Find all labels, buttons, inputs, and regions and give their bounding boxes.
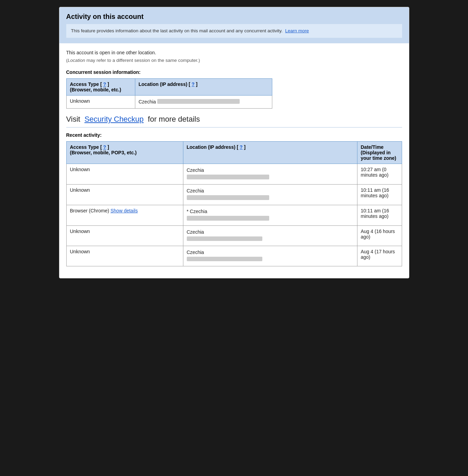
table-row: Unknown Czechia 10:27 am (0 minutes ago) [66,164,402,185]
recent-header-location: Location (IP address) [ ? ] [183,142,357,164]
learn-more-link[interactable]: Learn more [285,28,309,33]
recent-access-type-help-link[interactable]: ? [103,144,106,150]
concurrent-table: Access Type [ ? ] (Browser, mobile, etc.… [66,78,272,109]
row1-location: Czechia [183,164,357,185]
row1-datetime: 10:27 am (0 minutes ago) [357,164,402,185]
row3-access-type: Browser (Chrome) Show details [66,205,183,226]
table-row: Unknown Czechia Aug 4 (16 hours ago) [66,226,402,246]
concurrent-access-type: Unknown [66,96,135,109]
location-note: (Location may refer to a different sessi… [66,57,402,64]
table-row: Browser (Chrome) Show details * Czechia … [66,205,402,226]
security-checkup-section: Visit Security Checkup for more details [66,115,402,124]
access-type-sub: (Browser, mobile, etc.) [70,87,121,92]
recent-header-access-type: Access Type [ ? ] (Browser, mobile, POP3… [66,142,183,164]
concurrent-header-access-type: Access Type [ ? ] (Browser, mobile, etc.… [66,79,135,96]
recent-header-datetime: Date/Time (Displayed in your time zone) [357,142,402,164]
concurrent-location: Czechia [135,96,272,109]
concurrent-header-location: Location (IP address) [ ? ] [135,79,272,96]
ip-address-blurred [187,216,269,221]
header-description: This feature provides information about … [66,24,402,38]
security-post-text: for more details [148,115,200,123]
row1-access-type: Unknown [66,164,183,185]
concurrent-label: Concurrent session information: [66,69,402,75]
header-section: Activity on this account This feature pr… [59,7,409,43]
row3-location: * Czechia [183,205,357,226]
row5-location: Czechia [183,246,357,266]
table-row: Unknown Czechia 10:11 am (16 minutes ago… [66,185,402,205]
datetime-sub: (Displayed in your time zone) [361,150,396,161]
security-pre-text: Visit [66,115,80,123]
security-checkup-link[interactable]: Security Checkup [84,115,144,123]
page-title: Activity on this account [66,13,402,21]
row4-location: Czechia [183,226,357,246]
ip-address-blurred [187,236,262,241]
account-status: This account is open in one other locati… [66,49,402,64]
ip-address-blurred [157,99,240,104]
open-text: This account is open in one other locati… [66,49,402,56]
row2-datetime: 10:11 am (16 minutes ago) [357,185,402,205]
recent-location-help-link[interactable]: ? [240,144,243,150]
row2-access-type: Unknown [66,185,183,205]
table-row: Unknown Czechia [66,96,272,109]
ip-address-blurred [187,257,262,261]
row5-access-type: Unknown [66,246,183,266]
show-details-link[interactable]: Show details [111,208,138,213]
main-content: This account is open in one other locati… [59,43,409,278]
recent-access-type-sub: (Browser, mobile, POP3, etc.) [70,150,137,155]
recent-table: Access Type [ ? ] (Browser, mobile, POP3… [66,141,402,266]
ip-address-blurred [187,175,269,179]
row4-datetime: Aug 4 (16 hours ago) [357,226,402,246]
row5-datetime: Aug 4 (17 hours ago) [357,246,402,266]
row2-location: Czechia [183,185,357,205]
location-help-link[interactable]: ? [192,81,195,87]
main-container: Activity on this account This feature pr… [59,7,409,278]
table-row: Unknown Czechia Aug 4 (17 hours ago) [66,246,402,266]
access-type-help-link[interactable]: ? [103,81,106,87]
row3-datetime: 10:11 am (16 minutes ago) [357,205,402,226]
section-divider [66,127,402,128]
recent-label: Recent activity: [66,132,402,138]
ip-address-blurred [187,195,269,200]
header-desc-text: This feature provides information about … [71,28,283,33]
location-note-text: may refer to a different session on the … [87,58,198,63]
row4-access-type: Unknown [66,226,183,246]
